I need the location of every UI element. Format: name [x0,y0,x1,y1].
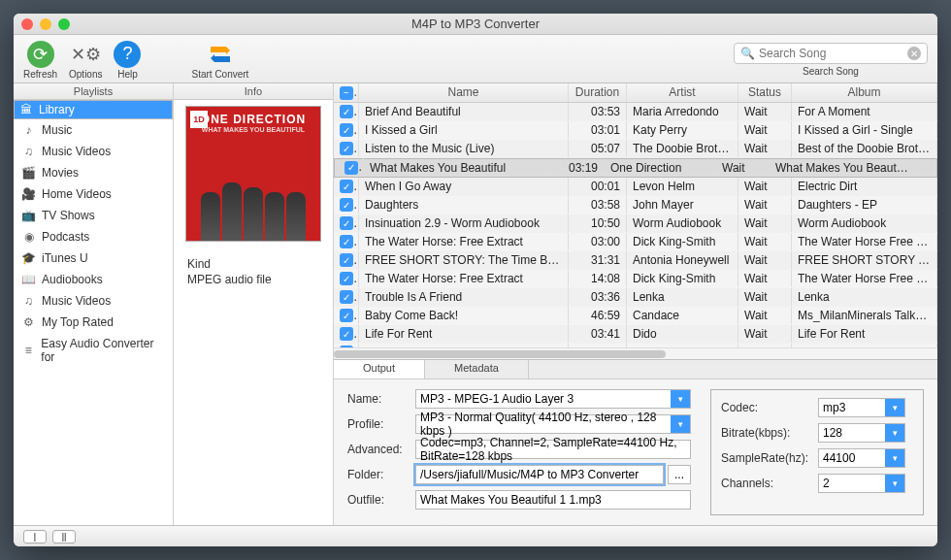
help-button[interactable]: ? Help [114,41,141,80]
cell-name: Life For Rent [359,325,569,343]
cell-artist: Dido [627,325,738,343]
advanced-input[interactable]: Codec=mp3, Channel=2, SampleRate=44100 H… [415,440,691,459]
row-checkbox[interactable]: ✓ [340,123,353,137]
name-select[interactable]: MP3 - MPEG-1 Audio Layer 3▾ [415,389,691,409]
cell-artist: Katy Perry [627,121,738,139]
start-convert-button[interactable]: Start Convert [191,41,248,80]
table-row[interactable]: ✓I Kissed a Girl03:01Katy PerryWaitI Kis… [334,121,937,140]
cell-album: Ms_MilanMinerals Talks A [792,307,937,324]
refresh-button[interactable]: ⟳ Refresh [23,41,57,80]
table-row[interactable]: ✓Daughters03:58John MayerWaitDaughters -… [334,196,937,214]
row-checkbox[interactable]: ✓ [340,105,353,118]
row-checkbox[interactable]: ✓ [340,290,353,304]
output-tabs: Output Metadata [334,360,937,379]
cell-artist: One Direction [605,159,716,177]
cell-status: Wait [738,140,792,157]
sidebar-item-tv-shows[interactable]: 📺TV Shows [14,205,173,226]
row-checkbox[interactable]: ✓ [344,161,358,175]
select-all-checkbox[interactable]: − [334,83,359,102]
table-row[interactable]: ✓Insinuation 2.9 - Worm Audiobook10:50Wo… [334,214,937,233]
cell-status: Wait [738,103,792,120]
sidebar-item-home-videos[interactable]: 🎥Home Videos [14,183,173,205]
row-checkbox[interactable]: ✓ [340,253,353,267]
kind-label: Kind [187,257,319,271]
column-artist[interactable]: Artist [627,83,738,102]
row-checkbox[interactable]: ✓ [340,309,353,322]
cell-name: Daughters [359,196,569,214]
row-checkbox[interactable]: ✓ [340,216,353,230]
prev-button[interactable]: | [23,530,47,544]
music-videos-icon: ♫ [21,294,36,308]
sidebar-item-podcasts[interactable]: ◉Podcasts [14,226,173,247]
table-row[interactable]: ✓When I Go Away00:01Levon HelmWaitElectr… [334,178,937,196]
sidebar-item-easy-audio-converter-for[interactable]: ≡Easy Audio Converter for [14,333,173,368]
cell-artist: Dick King-Smith [627,233,738,250]
row-checkbox[interactable]: ✓ [340,180,353,193]
browse-folder-button[interactable]: ... [668,465,691,484]
sidebar-item-movies[interactable]: 🎬Movies [14,162,173,183]
tab-metadata[interactable]: Metadata [425,360,529,379]
sidebar-item-itunes-u[interactable]: 🎓iTunes U [14,247,173,269]
channels-select[interactable]: 2▾ [818,474,905,493]
cell-name: I Kissed a Girl [359,121,569,139]
chevron-down-icon: ▾ [885,449,904,467]
column-name[interactable]: Name [359,83,569,102]
table-row[interactable]: ✓Brief And Beautiful03:53Maria Arredondo… [334,103,937,121]
cell-name: Baby Come Back! [359,307,569,324]
table-row[interactable]: ✓What Makes You Beautiful03:19One Direct… [334,158,937,178]
convert-icon [207,41,234,68]
samplerate-select[interactable]: 44100▾ [818,448,905,468]
minimize-icon[interactable] [40,18,51,30]
clear-search-icon[interactable]: ✕ [907,47,921,60]
sidebar-item-audiobooks[interactable]: 📖Audiobooks [14,269,173,290]
sidebar-item-label: Home Videos [42,187,112,201]
sidebar-item-music[interactable]: ♪Music [14,119,173,141]
options-button[interactable]: ✕⚙ Options [69,41,102,80]
cell-duration: 03:53 [569,103,627,120]
chevron-down-icon: ▾ [885,424,904,442]
profile-label: Profile: [347,417,415,431]
search-icon: 🔍 [740,47,755,60]
profile-select[interactable]: MP3 - Normal Quality( 44100 Hz, stereo ,… [415,414,691,434]
table-row[interactable]: ✓Life For Rent03:41DidoWaitLife For Rent [334,325,937,344]
sidebar-item-library[interactable]: 🏛Library [14,100,173,119]
table-row[interactable]: ✓Listen to the Music (Live)05:07The Doob… [334,140,937,158]
cell-name: Trouble Is A Friend [359,288,569,306]
row-checkbox[interactable]: ✓ [340,235,353,248]
cell-duration: 03:36 [569,288,627,306]
outfile-input[interactable]: What Makes You Beautiful 1 1.mp3 [415,490,691,510]
cell-name: Brief And Beautiful [359,103,569,120]
cell-duration: 03:19 [546,159,605,177]
tab-output[interactable]: Output [334,360,425,379]
column-status[interactable]: Status [738,83,792,102]
table-row[interactable]: ✓The Water Horse: Free Extract14:08Dick … [334,270,937,288]
codec-label: Codec: [721,401,818,414]
horizontal-scrollbar[interactable] [334,347,937,359]
samplerate-label: SampleRate(hz): [721,451,818,465]
cell-duration: 10:50 [569,214,627,232]
zoom-icon[interactable] [58,18,70,30]
bitrate-select[interactable]: 128▾ [818,423,905,443]
sidebar-item-music-videos[interactable]: ♫Music Videos [14,290,173,312]
column-album[interactable]: Album [792,83,937,102]
sidebar-item-my-top-rated[interactable]: ⚙My Top Rated [14,312,173,333]
sidebar-item-music-videos[interactable]: ♫Music Videos [14,141,173,162]
column-duration[interactable]: Duration [569,83,627,102]
row-checkbox[interactable]: ✓ [340,272,353,285]
row-checkbox[interactable]: ✓ [340,327,353,341]
sidebar-item-label: Podcasts [42,230,89,244]
table-row[interactable]: ✓Baby Come Back!46:59CandaceWaitMs_Milan… [334,307,937,325]
codec-select[interactable]: mp3▾ [818,398,905,417]
sidebar-item-label: Movies [42,166,79,180]
table-row[interactable]: ✓Trouble Is A Friend03:36LenkaWaitLenka [334,288,937,307]
podcasts-icon: ◉ [21,230,36,244]
row-checkbox[interactable]: ✓ [340,142,353,155]
search-input[interactable]: 🔍 ✕ [734,43,928,64]
folder-input[interactable]: /Users/jiafull/Music/M4P to MP3 Converte… [415,465,664,484]
table-row[interactable]: ✓FREE SHORT STORY: The Time Bein...31:31… [334,251,937,270]
pause-button[interactable]: || [52,530,76,544]
sidebar-item-label: Music [42,123,72,137]
close-icon[interactable] [21,18,33,30]
table-row[interactable]: ✓The Water Horse: Free Extract03:00Dick … [334,233,937,251]
row-checkbox[interactable]: ✓ [340,198,353,212]
